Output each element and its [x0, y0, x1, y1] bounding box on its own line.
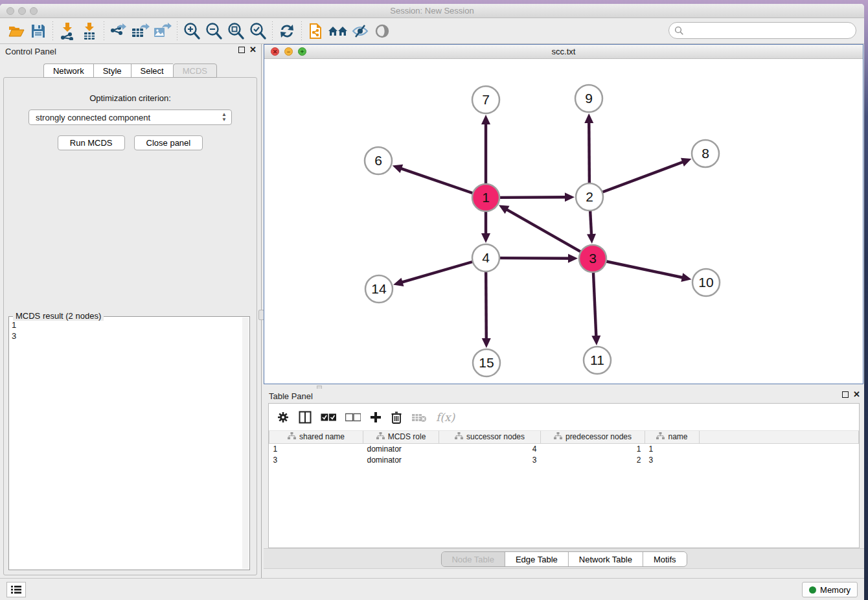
deselect-all-button[interactable]: [345, 413, 361, 422]
table-toolbar: f(x): [269, 404, 859, 431]
network-canvas[interactable]: 7968124314101511: [264, 59, 863, 384]
home-layout-icon: [328, 23, 348, 39]
float-panel-icon[interactable]: [238, 47, 245, 53]
column-type-icon: [288, 432, 296, 442]
add-column-button[interactable]: [370, 411, 382, 423]
network-document-button[interactable]: [305, 21, 327, 41]
run-mcds-button[interactable]: Run MCDS: [58, 135, 125, 150]
graph-edge-3-11[interactable]: [593, 270, 597, 338]
export-network-button[interactable]: [108, 21, 130, 41]
control-panel: Control Panel ✕ NetworkStyleSelectMCDS O…: [0, 44, 260, 578]
graph-node-label-10: 10: [698, 275, 713, 290]
network-svg[interactable]: 7968124314101511: [264, 59, 863, 384]
export-table-button[interactable]: [130, 21, 152, 41]
toolbar-separator: [104, 21, 104, 41]
column-header-mcds-role[interactable]: MCDS role: [363, 431, 439, 443]
graph-edge-2-3[interactable]: [590, 208, 591, 236]
toolbar-separator: [272, 21, 273, 41]
import-table-icon: [82, 22, 97, 40]
status-bar: Memory: [0, 578, 864, 600]
graph-edge-4-3[interactable]: [497, 258, 570, 259]
column-header-successor-nodes[interactable]: successor nodes: [439, 431, 541, 443]
hide-panel-icon: [351, 23, 369, 39]
memory-status-icon: [809, 586, 816, 594]
table-row[interactable]: 1dominator411: [269, 443, 859, 454]
show-panel-button[interactable]: [371, 21, 393, 41]
memory-label: Memory: [820, 585, 851, 595]
close-panel-button[interactable]: Close panel: [134, 135, 203, 150]
toolbar-separator: [177, 21, 177, 41]
function-builder-button[interactable]: f(x): [436, 411, 455, 424]
column-type-icon: [656, 432, 665, 442]
graph-arrowhead: [481, 233, 490, 243]
memory-button[interactable]: Memory: [802, 582, 858, 597]
zoom-out-button[interactable]: [203, 21, 225, 41]
graph-arrowhead: [565, 192, 575, 202]
graph-edge-1-2[interactable]: [497, 197, 567, 198]
graph-edge-2-8[interactable]: [600, 161, 684, 193]
zoom-fit-button[interactable]: [225, 21, 247, 41]
zoom-selected-button[interactable]: [247, 21, 269, 41]
graph-edge-2-9[interactable]: [589, 121, 589, 186]
home-layout-button[interactable]: [327, 21, 349, 41]
mcds-result-text[interactable]: 1 3: [12, 319, 242, 568]
tab-network-table[interactable]: Network Table: [569, 552, 643, 566]
criterion-select[interactable]: strongly connected component ▲▼: [29, 110, 232, 125]
export-image-button[interactable]: [152, 21, 174, 41]
tab-node-table[interactable]: Node Table: [441, 552, 505, 566]
save-session-icon: [31, 24, 45, 38]
table-header-row[interactable]: shared nameMCDS rolesuccessor nodesprede…: [269, 431, 859, 443]
table-row[interactable]: 3dominator323: [269, 454, 859, 465]
float-table-panel-icon[interactable]: [842, 391, 849, 398]
main-toolbar: [0, 18, 864, 44]
hide-panel-button[interactable]: [349, 21, 371, 41]
search-icon: [674, 26, 684, 36]
tab-mcds[interactable]: MCDS: [173, 63, 217, 78]
zoom-out-icon: [205, 22, 223, 40]
graph-edge-1-6[interactable]: [400, 168, 475, 194]
graph-node-label-7: 7: [482, 92, 490, 107]
tab-edge-table[interactable]: Edge Table: [505, 552, 569, 566]
graph-arrowhead: [681, 273, 691, 282]
graph-node-label-1: 1: [482, 190, 490, 205]
result-scrollbar[interactable]: [242, 317, 249, 569]
search-input[interactable]: [668, 22, 856, 39]
tab-style[interactable]: Style: [93, 63, 131, 78]
delete-table-button[interactable]: [411, 412, 427, 422]
save-session-button[interactable]: [27, 21, 49, 41]
deselect-all-icon: [345, 413, 361, 422]
split-panel-button[interactable]: [299, 411, 312, 424]
settings-gear-button[interactable]: [277, 411, 290, 424]
graph-edge-4-14[interactable]: [401, 261, 475, 283]
import-network-button[interactable]: [56, 21, 78, 41]
close-panel-icon[interactable]: ✕: [249, 47, 257, 53]
list-icon: [11, 585, 21, 594]
open-file-button[interactable]: [5, 21, 27, 41]
tab-network[interactable]: Network: [43, 63, 93, 78]
delete-column-button[interactable]: [391, 411, 402, 424]
column-header-name[interactable]: name: [645, 431, 700, 443]
graph-edge-3-10[interactable]: [604, 261, 684, 278]
graph-node-label-15: 15: [479, 355, 494, 370]
select-all-icon: [321, 413, 336, 422]
graph-edge-3-1[interactable]: [505, 209, 583, 253]
graph-arrowhead: [393, 165, 403, 173]
tab-motifs[interactable]: Motifs: [643, 552, 687, 566]
tab-select[interactable]: Select: [131, 63, 173, 78]
graph-arrowhead: [481, 115, 490, 124]
column-header-shared-name[interactable]: shared name: [269, 431, 363, 443]
zoom-in-button[interactable]: [181, 21, 203, 41]
graph-edge-4-15[interactable]: [486, 269, 486, 340]
graph-node-label-11: 11: [590, 352, 604, 367]
table-body: 1dominator4113dominator323: [269, 443, 859, 465]
import-table-button[interactable]: [78, 21, 100, 41]
close-table-panel-icon[interactable]: ✕: [853, 391, 860, 398]
select-all-button[interactable]: [321, 413, 336, 422]
refresh-layout-button[interactable]: [276, 21, 298, 41]
toolbar-separator: [52, 21, 53, 41]
column-header-predecessor-nodes[interactable]: predecessor nodes: [541, 431, 645, 443]
graph-arrowhead: [568, 254, 578, 263]
task-history-button[interactable]: [6, 582, 26, 597]
chevron-updown-icon: ▲▼: [222, 112, 227, 122]
zoom-fit-icon: [227, 22, 245, 40]
